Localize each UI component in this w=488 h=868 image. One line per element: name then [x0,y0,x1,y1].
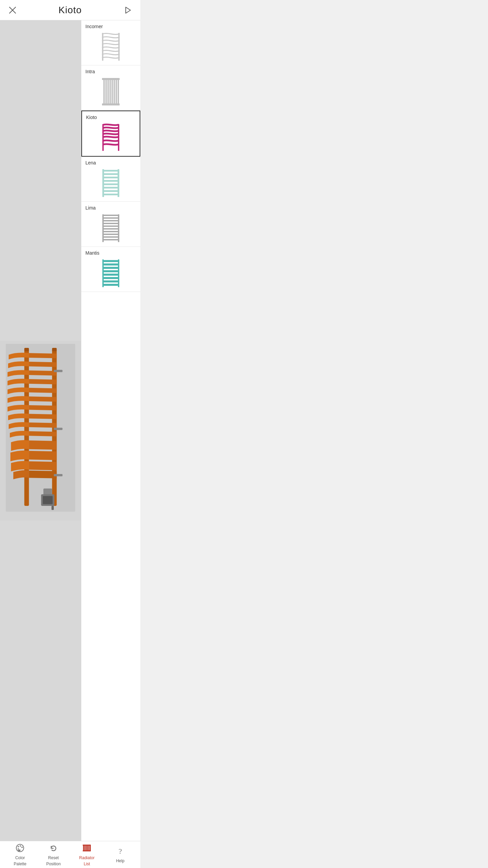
svg-rect-55 [103,270,118,272]
sidebar-item-thumbnail [85,76,136,107]
reset-position-label-line1: Reset [48,855,59,860]
product-panel[interactable] [0,20,81,841]
svg-rect-71 [88,845,89,851]
svg-rect-70 [87,845,88,851]
svg-rect-43 [103,223,118,224]
radiator-list-button[interactable]: RadiatorList [75,843,99,866]
svg-rect-4 [6,344,75,512]
svg-rect-11 [24,348,29,351]
svg-rect-41 [103,217,118,219]
svg-rect-9 [43,496,53,504]
sidebar-item-label: Kioto [86,115,97,120]
svg-rect-10 [52,506,54,510]
sidebar-item-label: Lima [85,205,96,211]
close-button[interactable] [7,4,18,16]
color-palette-button[interactable]: ColorPalette [8,843,32,866]
svg-text:?: ? [119,847,122,855]
svg-rect-53 [103,263,118,265]
svg-rect-13 [54,370,63,372]
svg-rect-40 [103,215,118,216]
svg-rect-38 [102,169,104,197]
sidebar-item-mantis[interactable]: Mantis [81,247,140,292]
svg-rect-60 [102,259,104,287]
svg-rect-28 [102,124,104,151]
color-palette-label-line2: Palette [14,862,26,866]
sidebar-item-lena[interactable]: Lena [81,157,140,202]
svg-rect-42 [103,220,118,221]
svg-rect-69 [86,845,87,851]
svg-rect-57 [103,277,118,279]
help-label-line1: Help [116,859,124,863]
svg-rect-39 [118,169,119,197]
svg-rect-72 [90,845,91,851]
svg-point-63 [18,846,19,847]
sidebar-item-thumbnail [85,213,136,243]
svg-point-66 [18,848,19,850]
svg-rect-14 [54,428,63,430]
svg-rect-23 [114,79,115,104]
svg-rect-54 [103,267,118,269]
svg-rect-37 [103,194,118,195]
svg-rect-61 [118,259,119,287]
svg-point-65 [21,847,23,848]
sidebar-item-incorner[interactable]: Incorner [81,20,140,65]
svg-rect-32 [103,177,118,178]
color-palette-label-line1: Color [15,855,25,860]
radiator-icon [82,843,92,854]
radiator-list-label-line1: Radiator [79,855,95,860]
svg-rect-68 [84,845,85,851]
help-button[interactable]: ? Help [108,846,132,863]
svg-rect-46 [103,231,118,232]
svg-rect-31 [103,173,118,175]
radiator-list-label-line2: List [84,862,90,866]
sidebar-item-label: Lena [85,160,96,165]
svg-rect-48 [103,236,118,238]
sidebar-item-thumbnail [85,258,136,288]
svg-rect-52 [103,260,118,262]
palette-icon [15,843,25,854]
radiator-image [0,326,81,536]
toolbar: ColorPalette ResetPosition RadiatorList … [0,841,140,868]
svg-rect-58 [103,280,118,282]
svg-rect-35 [103,187,118,189]
svg-rect-50 [102,214,104,242]
header: Kioto [0,0,140,20]
svg-rect-33 [103,180,118,182]
play-button[interactable] [122,4,134,16]
svg-point-64 [20,845,21,847]
svg-rect-34 [103,183,118,185]
svg-rect-20 [107,79,109,104]
svg-rect-15 [54,474,63,476]
svg-rect-44 [103,225,118,227]
svg-rect-12 [52,348,57,351]
reset-icon [48,843,59,854]
svg-rect-67 [83,845,84,851]
svg-rect-24 [116,79,117,104]
sidebar-item-lima[interactable]: Lima [81,202,140,247]
sidebar-item-label: Incorner [85,24,103,29]
svg-rect-25 [118,79,119,104]
svg-rect-49 [103,239,118,240]
svg-rect-18 [103,79,105,104]
svg-rect-51 [118,214,119,242]
sidebar-item-label: Intra [85,69,95,74]
svg-rect-59 [103,284,118,286]
sidebar-item-thumbnail [86,122,136,153]
sidebar-item-label: Mantis [85,250,99,256]
svg-rect-26 [102,78,120,80]
svg-rect-73 [83,845,91,846]
main-area: Incorner Intra Kioto Lena Lima Mantis [0,20,140,841]
reset-position-button[interactable]: ResetPosition [42,843,65,866]
reset-position-label-line2: Position [46,862,61,866]
svg-rect-21 [109,79,111,104]
svg-rect-16 [102,33,103,61]
svg-rect-36 [103,190,118,192]
page-title: Kioto [59,5,82,16]
svg-rect-27 [102,103,120,105]
sidebar: Incorner Intra Kioto Lena Lima Mantis [81,20,140,841]
question-icon: ? [115,846,125,857]
sidebar-item-intra[interactable]: Intra [81,65,140,111]
svg-rect-17 [118,33,120,61]
sidebar-item-kioto[interactable]: Kioto [81,111,140,157]
svg-rect-29 [118,124,119,151]
